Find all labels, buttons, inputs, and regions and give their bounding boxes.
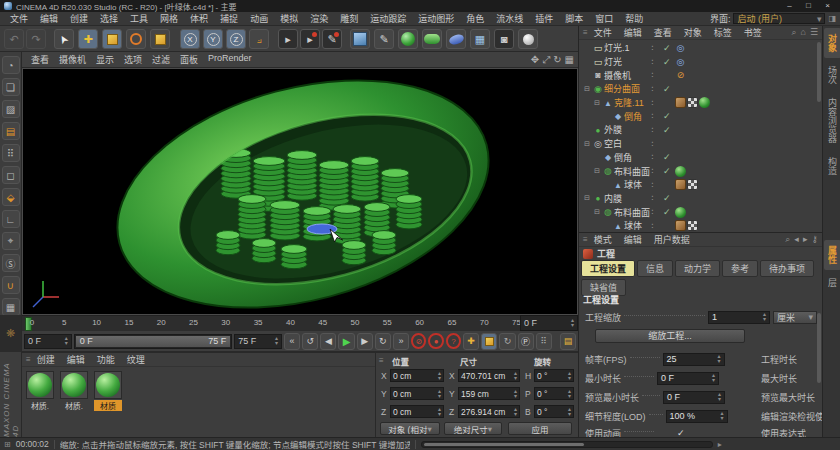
attribute-tab[interactable]: 工程设置 — [581, 260, 635, 277]
project-scale-field[interactable]: 1▴▾ — [708, 311, 770, 324]
size-mode-button[interactable]: 绝对尺寸▾ — [444, 422, 502, 435]
object-row[interactable]: ⊟ 克隆.11 ∶ — [579, 96, 816, 110]
enable-toggle[interactable]: ✓ — [663, 193, 671, 203]
visibility-dots[interactable]: ∶ — [651, 84, 653, 94]
expander-toggle[interactable]: ⊟ — [592, 99, 602, 107]
menu-item[interactable]: 选择 — [94, 12, 124, 25]
rotate-tool[interactable] — [126, 29, 146, 49]
menu-item[interactable]: 网格 — [154, 12, 184, 25]
redo-button[interactable]: ↷ — [26, 29, 46, 49]
record-keyframe-button[interactable]: ⊘ — [411, 333, 426, 349]
object-tag[interactable] — [675, 166, 686, 177]
attribute-tab[interactable]: 待办事项 — [760, 260, 814, 277]
undo-button[interactable]: ↶ — [4, 29, 24, 49]
menu-item[interactable]: 文件 — [4, 12, 34, 25]
rotate-view-icon[interactable]: ↻ — [553, 54, 561, 66]
scroll-right-icon[interactable]: ▸ — [718, 440, 722, 449]
coord-value-field[interactable]: 276.914 cm▴▾ — [458, 405, 520, 418]
maximize-button[interactable]: □ — [800, 1, 817, 12]
lock-z-axis-button[interactable]: Z — [226, 29, 246, 49]
object-row[interactable]: 球体 ∶ — [579, 219, 816, 232]
range-start-field[interactable]: 0 F▴▾ — [24, 334, 72, 349]
panel-tab[interactable]: 对象 — [824, 28, 840, 58]
object-row[interactable]: 摄像机 ∶ — [579, 68, 816, 82]
camera-menu[interactable]: ◙ — [494, 29, 514, 49]
viewport-menu-item[interactable]: 显示 — [91, 53, 119, 66]
menu-item[interactable]: 捕捉 — [214, 12, 244, 25]
object-tag[interactable] — [675, 70, 686, 81]
material-menu-item[interactable]: 编辑 — [61, 353, 91, 366]
material-menu-item[interactable]: 纹理 — [121, 353, 151, 366]
material-label[interactable]: 材质. — [60, 400, 88, 411]
object-row[interactable]: ⊟ 细分曲面 ∶ ✓ — [579, 82, 816, 96]
minimize-button[interactable]: – — [781, 1, 798, 12]
texture-mode-button[interactable]: ▨ — [2, 100, 20, 118]
visibility-dots[interactable]: ∶ — [651, 207, 653, 217]
visibility-dots[interactable]: ∶ — [651, 193, 653, 203]
material-thumbnail[interactable] — [26, 371, 54, 399]
key-rotation-toggle[interactable]: ↻ — [499, 333, 515, 350]
expander-toggle[interactable]: ⊟ — [582, 140, 592, 148]
unit-select[interactable]: 厘米▾ — [773, 311, 817, 324]
history-forward-icon[interactable]: ▸ — [803, 234, 808, 245]
viewport-menu-item[interactable]: ProRender — [203, 53, 257, 66]
menu-item[interactable]: 流水线 — [490, 12, 529, 25]
light-menu[interactable] — [518, 29, 538, 49]
lock-icon[interactable]: ⚷ — [811, 234, 818, 245]
panel-menu-icon[interactable]: ≡ — [379, 356, 384, 365]
enable-toggle[interactable]: ✓ — [663, 207, 671, 217]
object-manager-scrollbar[interactable] — [817, 42, 821, 102]
scale-tool[interactable] — [102, 29, 122, 49]
viewport-menu-item[interactable]: 摄像机 — [54, 53, 91, 66]
last-used-tool[interactable] — [150, 29, 170, 49]
render-settings-button[interactable]: ✎ — [322, 29, 342, 49]
goto-end-button[interactable]: » — [393, 333, 409, 350]
enable-axis-button[interactable]: ∟ — [2, 210, 20, 228]
object-name[interactable]: 摄像机 — [604, 69, 631, 82]
menu-item[interactable]: 编辑 — [34, 12, 64, 25]
object-name[interactable]: 倒角 — [614, 151, 632, 164]
subdivision-surface-menu[interactable] — [398, 29, 418, 49]
coord-value-field[interactable]: 0 °▴▾ — [534, 405, 574, 418]
menu-item[interactable]: 工具 — [124, 12, 154, 25]
make-editable-button[interactable]: ◔ — [2, 56, 20, 74]
preview-range-slider[interactable]: 0 F75 F — [74, 334, 233, 349]
polygons-mode-button[interactable]: ⬙ — [2, 188, 20, 206]
object-name[interactable]: 布料曲面 — [614, 165, 650, 178]
play-button[interactable]: ▶ — [338, 333, 354, 350]
previous-frame-button[interactable]: ◀ — [320, 333, 336, 350]
object-row[interactable]: ⊟ 空白 ∶ — [579, 137, 816, 151]
material-label[interactable]: 材质. — [26, 400, 54, 411]
object-name[interactable]: 球体 — [624, 178, 642, 191]
timeline-layout-button[interactable]: ▤ — [560, 333, 576, 350]
move-tool[interactable]: ✚ — [78, 29, 98, 49]
play-backwards-button[interactable]: ↺ — [302, 333, 318, 350]
home-icon[interactable]: ⌂ — [800, 27, 805, 38]
workplane-mode-button[interactable]: ▤ — [2, 122, 20, 140]
lock-y-axis-button[interactable]: Y — [203, 29, 223, 49]
deformer-menu[interactable] — [422, 29, 442, 49]
menu-item[interactable]: 帮助 — [619, 12, 649, 25]
key-parameter-toggle[interactable]: Ⓟ — [518, 333, 534, 350]
object-row[interactable]: 灯光 ∶ ✓ — [579, 55, 816, 69]
expander-toggle[interactable]: ⊟ — [582, 85, 592, 93]
loop-button[interactable]: ↻ — [375, 333, 391, 350]
viewport-menu-item[interactable]: 过滤 — [147, 53, 175, 66]
attribute-tab[interactable]: 动力学 — [675, 260, 720, 277]
object-name[interactable]: 布料曲面 — [614, 206, 650, 219]
scale-project-button[interactable]: 缩放工程... — [595, 329, 745, 343]
object-name[interactable]: 灯光.1 — [604, 41, 630, 54]
object-row[interactable]: 球体 ∶ — [579, 178, 816, 192]
object-name[interactable]: 灯光 — [604, 55, 622, 68]
viewport-solo-button[interactable]: ⌖ — [2, 232, 20, 250]
visibility-dots[interactable]: ∶ — [651, 43, 653, 53]
goto-start-button[interactable]: « — [284, 333, 300, 350]
menu-item[interactable]: 雕刻 — [334, 12, 364, 25]
pan-view-icon[interactable]: ✥ — [531, 54, 539, 66]
menu-item[interactable]: 窗口 — [589, 12, 619, 25]
lod-field[interactable]: 100 %▴▾ — [666, 410, 728, 423]
coord-value-field[interactable]: 0 cm▴▾ — [390, 405, 444, 418]
menu-item[interactable]: 角色 — [460, 12, 490, 25]
attribute-menu-item[interactable]: 编辑 — [618, 233, 648, 246]
object-manager-menu-item[interactable]: 对象 — [678, 26, 708, 39]
